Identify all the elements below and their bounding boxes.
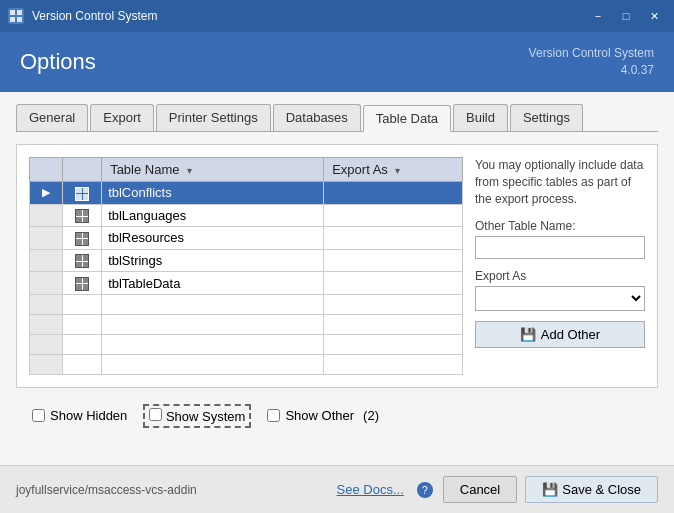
row-checkbox-cell xyxy=(63,249,102,272)
svg-rect-2 xyxy=(10,17,15,22)
table-row-empty xyxy=(30,314,463,334)
window-controls: − □ ✕ xyxy=(586,6,666,26)
row-table-name: tblResources xyxy=(102,227,324,250)
help-icon[interactable]: ? xyxy=(417,482,433,498)
show-other-item: Show Other (2) xyxy=(267,408,379,423)
col-table-name[interactable]: Table Name ▾ xyxy=(102,158,324,182)
add-other-button[interactable]: 💾 Add Other xyxy=(475,321,645,348)
svg-rect-1 xyxy=(17,10,22,15)
row-num xyxy=(30,227,63,250)
row-export-as xyxy=(324,204,463,227)
see-docs-link[interactable]: See Docs... xyxy=(337,482,404,497)
col-checkbox xyxy=(63,158,102,182)
footer: joyfullservice/msaccess-vcs-addin See Do… xyxy=(0,465,674,513)
row-export-as xyxy=(324,182,463,205)
footer-path: joyfullservice/msaccess-vcs-addin xyxy=(16,483,327,497)
col-rownum xyxy=(30,158,63,182)
title-bar-text: Version Control System xyxy=(32,9,578,23)
row-checkbox-cell xyxy=(63,182,102,205)
content-area: Table Name ▾ Export As ▾ ▶ xyxy=(16,144,658,388)
row-export-as xyxy=(324,249,463,272)
tab-build[interactable]: Build xyxy=(453,104,508,131)
footer-actions: Cancel 💾Save & Close xyxy=(443,476,658,503)
row-num xyxy=(30,249,63,272)
row-export-as xyxy=(324,227,463,250)
show-other-count: (2) xyxy=(363,408,379,423)
version-info: Version Control System 4.0.37 xyxy=(529,45,654,79)
row-table-name: tblConflicts xyxy=(102,182,324,205)
other-table-name-label: Other Table Name: xyxy=(475,219,645,233)
table-row-empty xyxy=(30,354,463,374)
save-close-icon: 💾 xyxy=(542,482,558,497)
table-row[interactable]: tblResources xyxy=(30,227,463,250)
app-icon xyxy=(8,8,24,24)
row-table-name: tblTableData xyxy=(102,272,324,295)
row-num xyxy=(30,272,63,295)
row-checkbox-cell xyxy=(63,272,102,295)
show-system-label: Show System xyxy=(166,409,245,424)
tables-list: Table Name ▾ Export As ▾ ▶ xyxy=(29,157,463,375)
page-title: Options xyxy=(20,49,96,75)
show-hidden-item: Show Hidden xyxy=(32,408,127,423)
svg-rect-0 xyxy=(10,10,15,15)
show-hidden-checkbox[interactable] xyxy=(32,409,45,422)
table-row-empty xyxy=(30,294,463,314)
tab-settings[interactable]: Settings xyxy=(510,104,583,131)
tab-bar: General Export Printer Settings Database… xyxy=(16,104,658,132)
close-button[interactable]: ✕ xyxy=(642,6,666,26)
cancel-button[interactable]: Cancel xyxy=(443,476,517,503)
show-other-checkbox[interactable] xyxy=(267,409,280,422)
show-other-label: Show Other xyxy=(285,408,354,423)
table-section: Table Name ▾ Export As ▾ ▶ xyxy=(29,157,463,375)
col-export-as[interactable]: Export As ▾ xyxy=(324,158,463,182)
row-export-as xyxy=(324,272,463,295)
table-row[interactable]: tblStrings xyxy=(30,249,463,272)
tab-databases[interactable]: Databases xyxy=(273,104,361,131)
show-hidden-label: Show Hidden xyxy=(50,408,127,423)
row-table-name: tblLanguages xyxy=(102,204,324,227)
table-row[interactable]: tblTableData xyxy=(30,272,463,295)
row-checkbox-cell xyxy=(63,204,102,227)
save-close-button[interactable]: 💾Save & Close xyxy=(525,476,658,503)
table-row[interactable]: tblLanguages xyxy=(30,204,463,227)
header: Options Version Control System 4.0.37 xyxy=(0,32,674,92)
save-icon: 💾 xyxy=(520,327,536,342)
row-table-name: tblStrings xyxy=(102,249,324,272)
show-system-border: Show System xyxy=(143,404,251,428)
row-num xyxy=(30,204,63,227)
export-as-label: Export As xyxy=(475,269,645,283)
checkboxes-row: Show Hidden Show System Show Other (2) xyxy=(16,398,658,434)
tab-table-data[interactable]: Table Data xyxy=(363,105,451,132)
title-bar: Version Control System − □ ✕ xyxy=(0,0,674,32)
tab-general[interactable]: General xyxy=(16,104,88,131)
panel-description: You may optionally include data from spe… xyxy=(475,157,645,207)
export-as-select[interactable] xyxy=(475,286,645,311)
svg-rect-3 xyxy=(17,17,22,22)
table-row-empty xyxy=(30,334,463,354)
tab-export[interactable]: Export xyxy=(90,104,154,131)
minimize-button[interactable]: − xyxy=(586,6,610,26)
right-panel: You may optionally include data from spe… xyxy=(475,157,645,375)
row-checkbox-cell xyxy=(63,227,102,250)
maximize-button[interactable]: □ xyxy=(614,6,638,26)
show-system-item: Show System xyxy=(143,404,251,428)
tab-printer-settings[interactable]: Printer Settings xyxy=(156,104,271,131)
other-table-name-input[interactable] xyxy=(475,236,645,259)
row-num: ▶ xyxy=(30,182,63,205)
table-row[interactable]: ▶ tblConflicts xyxy=(30,182,463,205)
show-system-checkbox[interactable] xyxy=(149,408,162,421)
